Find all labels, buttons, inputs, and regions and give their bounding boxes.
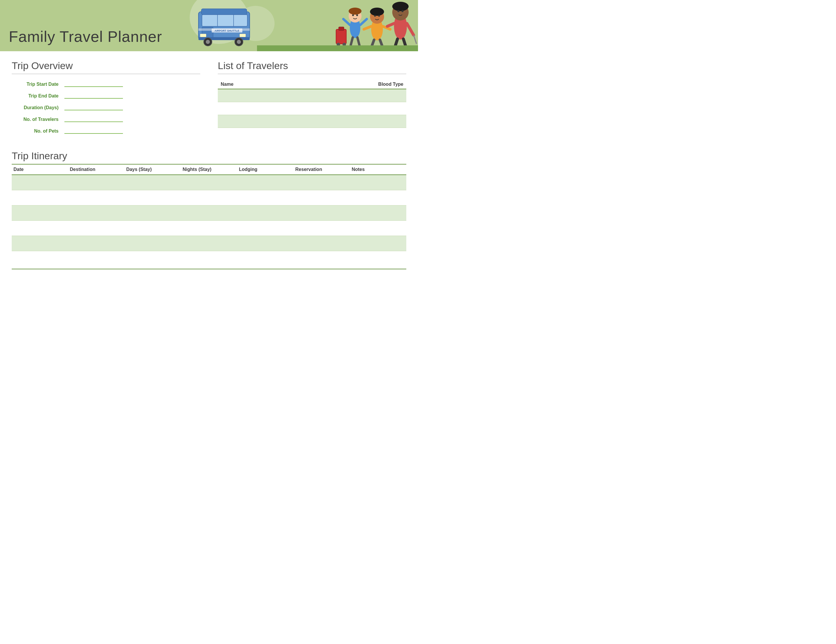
- svg-line-20: [343, 19, 350, 25]
- itinerary-row: [12, 175, 406, 190]
- svg-line-21: [360, 19, 367, 25]
- itin-nights-cell[interactable]: [181, 175, 237, 190]
- svg-rect-1: [201, 9, 247, 15]
- itin-days-cell[interactable]: [124, 175, 181, 190]
- trip-start-date-row: Trip Start Date: [12, 80, 200, 87]
- itin-date-cell[interactable]: [12, 175, 68, 190]
- page-title: Family Travel Planner: [9, 28, 162, 46]
- travelers-section: List of Travelers Name Blood Type: [218, 60, 406, 139]
- svg-line-23: [358, 38, 359, 46]
- bus-illustration: AIRPORT SHUTTLE: [196, 4, 254, 47]
- travelers-table: Name Blood Type: [218, 80, 406, 128]
- itin-nights-cell[interactable]: [181, 205, 237, 221]
- num-pets-input[interactable]: [64, 127, 123, 134]
- num-pets-label: No. of Pets: [12, 129, 64, 134]
- col-notes: Notes: [350, 164, 406, 175]
- traveler-name-cell[interactable]: [218, 115, 312, 127]
- trip-end-date-label: Trip End Date: [12, 93, 64, 99]
- itin-lodging-cell[interactable]: [237, 221, 294, 235]
- itin-res-cell[interactable]: [294, 175, 350, 190]
- itin-notes-cell[interactable]: [350, 235, 406, 251]
- itin-nights-input[interactable]: [183, 180, 236, 185]
- itinerary-table: Date Destination Days (Stay) Nights (Sta…: [12, 164, 406, 251]
- people-illustration: [257, 0, 418, 51]
- itin-days-cell[interactable]: [124, 190, 181, 205]
- traveler-name-input[interactable]: [221, 106, 309, 111]
- itin-res-cell[interactable]: [294, 190, 350, 205]
- itin-notes-cell[interactable]: [350, 205, 406, 221]
- itin-days-cell[interactable]: [124, 221, 181, 235]
- svg-point-28: [370, 8, 384, 16]
- itin-date-cell[interactable]: [12, 205, 68, 221]
- svg-line-41: [395, 39, 397, 46]
- itin-days-input[interactable]: [126, 180, 179, 185]
- svg-rect-10: [200, 34, 206, 37]
- footer-divider: [12, 269, 406, 269]
- itin-dest-cell[interactable]: [68, 221, 125, 235]
- svg-line-38: [387, 23, 394, 26]
- traveler-name-cell[interactable]: [218, 102, 312, 115]
- main-content: Trip Overview Trip Start Date Trip End D…: [0, 51, 418, 260]
- trip-end-date-row: Trip End Date: [12, 92, 200, 99]
- traveler-blood-cell[interactable]: [312, 89, 406, 102]
- itin-lodging-cell[interactable]: [237, 205, 294, 221]
- travelers-bloodtype-col: Blood Type: [312, 80, 406, 89]
- svg-point-13: [206, 40, 210, 44]
- svg-line-32: [380, 40, 382, 46]
- traveler-row: [218, 89, 406, 102]
- itinerary-row: [12, 190, 406, 205]
- traveler-blood-input[interactable]: [315, 93, 403, 98]
- svg-text:AIRPORT SHUTTLE: AIRPORT SHUTTLE: [215, 29, 240, 32]
- itin-res-cell[interactable]: [294, 205, 350, 221]
- itin-dest-input[interactable]: [70, 180, 123, 185]
- itin-date-cell[interactable]: [12, 221, 68, 235]
- svg-point-19: [349, 8, 361, 15]
- itin-date-input[interactable]: [13, 196, 67, 200]
- itin-days-cell[interactable]: [124, 235, 181, 251]
- svg-point-43: [397, 10, 400, 12]
- itin-nights-cell[interactable]: [181, 235, 237, 251]
- trip-end-date-input[interactable]: [64, 92, 123, 99]
- traveler-blood-input[interactable]: [315, 119, 403, 124]
- num-travelers-label: No. of Travelers: [12, 117, 64, 122]
- svg-line-42: [403, 39, 405, 46]
- traveler-name-input[interactable]: [221, 93, 309, 98]
- itin-days-cell[interactable]: [124, 205, 181, 221]
- duration-input[interactable]: [64, 103, 123, 110]
- col-reservation: Reservation: [294, 164, 350, 175]
- svg-line-31: [372, 40, 374, 46]
- itin-lodging-input[interactable]: [239, 180, 292, 185]
- travelers-name-col: Name: [218, 80, 312, 89]
- itin-res-input[interactable]: [296, 180, 348, 185]
- itin-lodging-cell[interactable]: [237, 175, 294, 190]
- itin-notes-cell[interactable]: [350, 221, 406, 235]
- traveler-name-input[interactable]: [221, 119, 309, 124]
- itin-dest-cell[interactable]: [68, 190, 125, 205]
- col-lodging: Lodging: [237, 164, 294, 175]
- itin-notes-input[interactable]: [351, 180, 405, 185]
- traveler-blood-input[interactable]: [315, 106, 403, 111]
- itin-lodging-cell[interactable]: [237, 190, 294, 205]
- traveler-blood-cell[interactable]: [312, 102, 406, 115]
- traveler-blood-cell[interactable]: [312, 115, 406, 127]
- itin-dest-cell[interactable]: [68, 175, 125, 190]
- itin-date-cell[interactable]: [12, 235, 68, 251]
- itin-nights-cell[interactable]: [181, 221, 237, 235]
- trip-start-date-label: Trip Start Date: [12, 82, 64, 87]
- itin-res-cell[interactable]: [294, 235, 350, 251]
- trip-start-date-input[interactable]: [64, 80, 123, 87]
- itin-res-cell[interactable]: [294, 221, 350, 235]
- itin-nights-cell[interactable]: [181, 190, 237, 205]
- itin-date-input[interactable]: [13, 180, 67, 185]
- traveler-name-cell[interactable]: [218, 89, 312, 102]
- itin-notes-cell[interactable]: [350, 190, 406, 205]
- ground-strip: [257, 46, 418, 51]
- svg-rect-2: [202, 15, 247, 26]
- svg-point-34: [378, 15, 380, 17]
- itin-dest-cell[interactable]: [68, 205, 125, 221]
- itin-lodging-cell[interactable]: [237, 235, 294, 251]
- itin-dest-cell[interactable]: [68, 235, 125, 251]
- num-travelers-input[interactable]: [64, 115, 123, 122]
- itin-date-cell[interactable]: [12, 190, 68, 205]
- itin-notes-cell[interactable]: [350, 175, 406, 190]
